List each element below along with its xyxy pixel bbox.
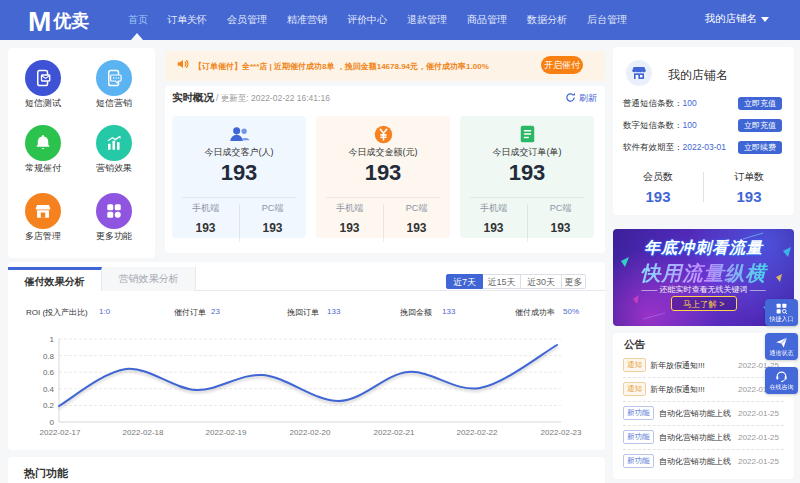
svg-text:2022-02-22: 2022-02-22 <box>457 428 498 437</box>
svg-text:2022-02-20: 2022-02-20 <box>290 428 331 437</box>
svg-text:2022-02-18: 2022-02-18 <box>123 428 164 437</box>
svg-text:2022-02-21: 2022-02-21 <box>374 428 415 437</box>
svg-text:0.2: 0.2 <box>43 401 55 410</box>
svg-text:0.6: 0.6 <box>43 368 55 377</box>
svg-text:2022-02-19: 2022-02-19 <box>206 428 247 437</box>
svg-text:0: 0 <box>50 418 55 427</box>
svg-text:2022-02-17: 2022-02-17 <box>40 428 81 437</box>
svg-text:0.4: 0.4 <box>43 385 55 394</box>
svg-text:2022-02-23: 2022-02-23 <box>541 428 582 437</box>
svg-text:1: 1 <box>50 335 55 344</box>
svg-text:0.8: 0.8 <box>43 352 55 361</box>
